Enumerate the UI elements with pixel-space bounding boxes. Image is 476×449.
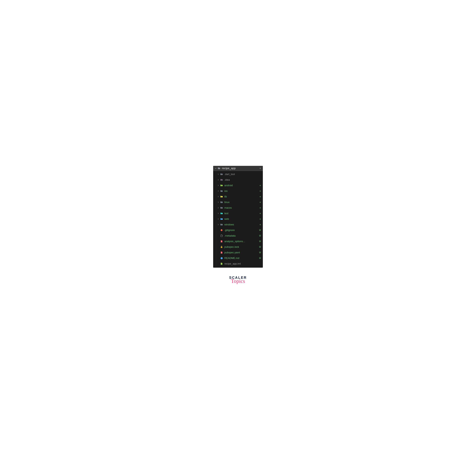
status-letter: U [259, 251, 261, 254]
watermark-logo: SCALER Topics [229, 276, 247, 283]
ios-icon: iOS [220, 190, 223, 192]
svg-point-1 [222, 185, 222, 185]
item-label: web [224, 218, 260, 220]
item-label: android [224, 184, 260, 187]
item-label: macos [224, 206, 260, 209]
tree-item-readme-md[interactable]: README.mdU [213, 255, 263, 261]
web-icon [220, 218, 223, 220]
chevron-right-icon [217, 196, 219, 198]
item-label: pubspec.yaml [224, 251, 259, 254]
lock-icon [220, 246, 223, 248]
git-icon [220, 229, 223, 232]
tree-item-android[interactable]: android [213, 183, 263, 188]
file-outline-icon [220, 234, 223, 237]
folder-gray-icon [220, 206, 223, 209]
tree-item-windows[interactable]: windows [213, 222, 263, 227]
tree-item--metadata[interactable]: .metadataU [213, 233, 263, 239]
tree-item-test[interactable]: test [213, 211, 263, 216]
chevron-right-icon [217, 212, 219, 214]
folder-gray-icon [220, 223, 223, 226]
test-icon [220, 212, 223, 215]
svg-rect-3 [222, 196, 222, 197]
status-letter: U [259, 229, 261, 232]
status-letter: U [259, 234, 261, 237]
tree-item--idea[interactable]: .idea [213, 177, 263, 183]
tree-item-web[interactable]: web [213, 216, 263, 222]
chevron-right-icon [217, 179, 219, 181]
svg-point-12 [221, 258, 222, 258]
tree-item-pubspec-yaml[interactable]: pubspec.yamlU [213, 250, 263, 255]
tree-item-lib[interactable]: lib [213, 194, 263, 199]
chevron-right-icon [217, 207, 219, 209]
item-label: .metadata [224, 234, 259, 237]
yaml-icon [220, 251, 223, 254]
svg-rect-4 [222, 213, 222, 214]
chevron-down-icon [215, 167, 217, 169]
tree-item-ios[interactable]: iOSios [213, 188, 263, 194]
lib-icon [220, 195, 223, 198]
status-letter: U [259, 257, 261, 259]
item-label: .gitignore [224, 229, 259, 232]
root-folder-row[interactable]: recipe_app [213, 166, 263, 171]
folder-gray-icon [220, 173, 223, 176]
status-dot [260, 196, 261, 197]
item-label: lib [224, 195, 260, 198]
tree-item-macos[interactable]: macos [213, 205, 263, 211]
folder-gray-icon [220, 201, 223, 204]
root-folder-label: recipe_app [222, 167, 260, 170]
item-label: windows [224, 223, 260, 226]
status-dot [260, 224, 261, 225]
item-label: ios [224, 190, 260, 193]
item-label: analysis_options... [224, 240, 259, 243]
tree-item-pubspec-lock[interactable]: pubspec.lockU [213, 244, 263, 250]
status-dot [260, 207, 261, 208]
svg-rect-13 [221, 258, 222, 259]
item-label: .idea [224, 178, 261, 181]
svg-point-10 [221, 247, 222, 247]
chevron-right-icon [217, 173, 219, 175]
file-explorer-panel: recipe_app .dart_tool.ideaandroidiOSiosl… [213, 166, 263, 268]
svg-text:iOS: iOS [221, 191, 222, 191]
item-label: test [224, 212, 260, 215]
tree-body: .dart_tool.ideaandroidiOSiosliblinuxmaco… [213, 171, 263, 268]
chevron-right-icon [217, 184, 219, 186]
yaml-icon [220, 240, 223, 243]
status-dot [260, 213, 261, 214]
chevron-right-icon [217, 190, 219, 192]
chevron-right-icon [217, 201, 219, 203]
item-label: .dart_tool [224, 173, 261, 176]
tree-item--gitignore[interactable]: .gitignoreU [213, 227, 263, 233]
item-label: linux [224, 201, 260, 204]
idea-icon [220, 178, 223, 181]
tree-item-analysis-options---[interactable]: analysis_options...U [213, 239, 263, 244]
item-label: README.md [224, 257, 259, 260]
status-letter: U [259, 246, 261, 248]
item-label: recipe_app.iml [224, 262, 261, 265]
status-dot [260, 202, 261, 203]
info-icon [220, 257, 223, 259]
folder-icon [218, 167, 220, 170]
tree-item-linux[interactable]: linux [213, 199, 263, 205]
android-icon [220, 184, 223, 187]
iml-icon [220, 262, 223, 265]
status-dot [260, 168, 261, 169]
item-label: pubspec.lock [224, 246, 259, 248]
chevron-right-icon [217, 218, 219, 220]
status-dot [260, 185, 261, 186]
status-dot [260, 219, 261, 220]
status-letter: U [259, 240, 261, 243]
watermark-line2: Topics [229, 279, 247, 283]
chevron-right-icon [217, 224, 219, 226]
tree-item--dart-tool[interactable]: .dart_tool [213, 171, 263, 177]
svg-point-0 [222, 185, 222, 185]
tree-item-recipe-app-iml[interactable]: recipe_app.iml [213, 261, 263, 267]
status-dot [260, 191, 261, 192]
